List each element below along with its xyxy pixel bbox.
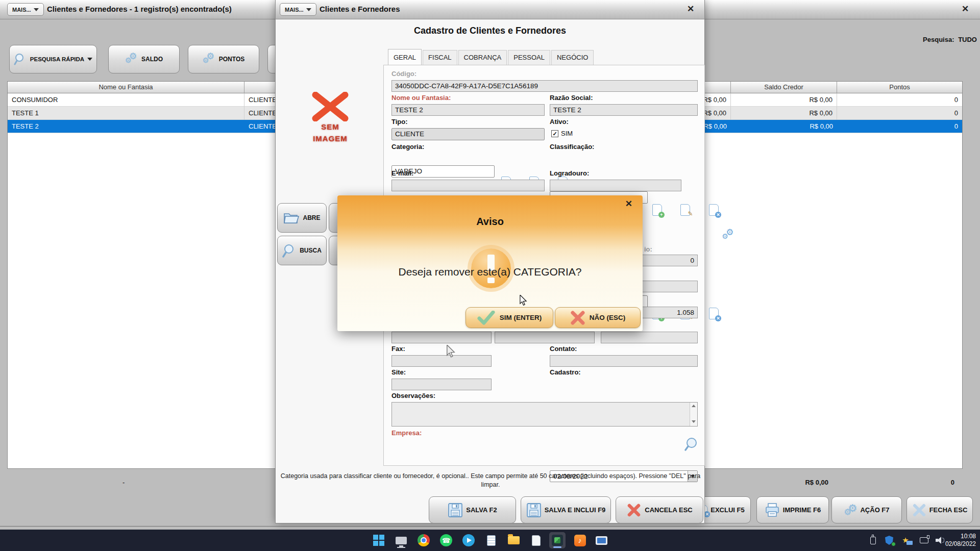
nao-button[interactable]: NÃO (ESC) — [555, 307, 641, 328]
tab-pessoal[interactable]: PESSOAL — [508, 50, 550, 65]
cell-nome: CONSUMIDOR — [8, 93, 244, 107]
tipo-label: Tipo: — [391, 118, 408, 126]
mail-tray-icon[interactable]: ★ — [897, 532, 914, 548]
imprime-button[interactable]: IMPRIME F6 — [756, 496, 829, 523]
classificacao-add-icon[interactable]: + — [652, 204, 662, 216]
hidden-label-fragment: io: — [644, 245, 652, 253]
search-scope-label: Pesquisa: — [923, 36, 954, 43]
cancela-button[interactable]: CANCELA ESC — [616, 496, 703, 523]
email-label: E-mail: — [391, 169, 413, 177]
phone-field-1[interactable] — [391, 332, 492, 343]
start-button[interactable] — [371, 532, 387, 548]
file-explorer-icon[interactable] — [505, 532, 522, 548]
close-window-button-back[interactable]: ✕ — [962, 4, 969, 14]
contato-field[interactable] — [550, 355, 698, 367]
site-field[interactable] — [391, 379, 492, 390]
cell-saldo-credor: R$ 0,00 — [731, 107, 837, 120]
more-button-front[interactable]: MAIS... — [280, 3, 316, 16]
check-icon — [477, 311, 496, 325]
codigo-field[interactable]: 34050DDC-C7A8-42F9-A17A-D5E7C1A56189 — [391, 80, 698, 92]
dropdown-caret-icon — [34, 8, 39, 11]
telegram-icon[interactable] — [460, 532, 477, 548]
classificacao-delete-icon[interactable]: ✕ — [709, 204, 719, 216]
abre-button[interactable]: ABRE — [277, 203, 327, 233]
classificacao-edit-icon[interactable]: ✎ — [680, 204, 690, 216]
nome-fantasia-field[interactable]: TESTE 2 — [391, 104, 545, 116]
cell-pontos: 0 — [837, 120, 962, 133]
fax-field[interactable] — [391, 355, 492, 367]
pesquisa-rapida-label: PESQUISA RÁPIDA — [30, 56, 84, 62]
dialog-close-button[interactable]: ✕ — [625, 198, 632, 209]
observacoes-textarea[interactable] — [391, 402, 698, 427]
folder-open-icon — [283, 211, 300, 224]
observacoes-scrollbar[interactable] — [690, 403, 697, 426]
tipo-select[interactable]: CLIENTE — [391, 128, 545, 140]
save-icon — [526, 503, 542, 518]
gears-icon: ⚙⚙ — [125, 53, 138, 66]
cadastro-label: Cadastro: — [550, 368, 581, 376]
razao-social-field[interactable]: TESTE 2 — [550, 104, 698, 116]
aviso-dialog: ✕ Aviso Deseja remover este(a) CATEGORIA… — [337, 195, 643, 331]
pesquisa-rapida-button[interactable]: PESQUISA RÁPIDA — [9, 45, 97, 73]
tab-fiscal[interactable]: FISCAL — [423, 50, 457, 65]
saldo-label: SALDO — [141, 56, 163, 63]
erp-app-icon-active[interactable] — [549, 532, 566, 548]
column-header-nome[interactable]: Nome ou Fantasia — [8, 82, 244, 93]
chrome-icon[interactable] — [415, 532, 432, 548]
desktop: MAIS... Clientes e Fornedores - 1 regist… — [0, 0, 980, 551]
logradouro-gears-icon[interactable]: ⚙⚙ — [722, 229, 735, 242]
taskbar-clock[interactable]: 10:08 02/08/2022 — [945, 533, 976, 548]
whatsapp-icon[interactable]: ☎ — [438, 532, 454, 548]
salva-button[interactable]: SALVA F2 — [429, 496, 516, 523]
tab-cobranca[interactable]: COBRANÇA — [458, 50, 507, 65]
phone-field-3[interactable] — [601, 332, 698, 343]
razao-social-label: Razão Social: — [550, 94, 593, 102]
sim-button[interactable]: SIM (ENTER) — [465, 307, 553, 328]
save-icon — [448, 503, 463, 518]
scroll-up-icon[interactable] — [692, 405, 696, 407]
column-header-saldo-credor[interactable]: Saldo Credor — [731, 82, 837, 93]
phone-field-2[interactable] — [495, 332, 595, 343]
salva-inclui-button[interactable]: SALVA E INCLUI F9 — [521, 496, 611, 523]
email-field[interactable] — [391, 180, 545, 191]
x-icon — [570, 310, 585, 325]
saldo-button[interactable]: ⚙⚙ SALDO — [108, 45, 180, 73]
logradouro-field[interactable] — [550, 180, 681, 191]
more-label: MAIS... — [12, 7, 31, 13]
usb-tray-icon[interactable] — [865, 532, 881, 548]
field-help-text: Categoria usada para classificar cliente… — [278, 472, 703, 489]
acao-button[interactable]: ⚙⚙ AÇÃO F7 — [831, 496, 902, 523]
search-scope-value: TUDO — [958, 36, 977, 43]
display-app-icon[interactable] — [393, 532, 409, 548]
media-player-icon[interactable]: ♪ — [572, 532, 588, 548]
close-window-button-front[interactable]: ✕ — [687, 4, 694, 14]
no-image-x-icon — [311, 92, 349, 121]
checkbox-checked-icon[interactable]: ✓ — [551, 130, 558, 137]
clock-time: 10:08 — [945, 533, 976, 540]
fecha-button[interactable]: FECHA ESC — [906, 496, 973, 523]
abre-label: ABRE — [303, 214, 320, 221]
ativo-value: SIM — [561, 130, 573, 137]
tab-negocio[interactable]: NEGÓCIO — [551, 50, 594, 65]
busca-button[interactable]: BUSCA — [277, 236, 327, 265]
cell-saldo-credor: R$ 0,00 — [731, 120, 837, 133]
network-tray-icon[interactable] — [916, 532, 932, 548]
tab-geral[interactable]: GERAL — [388, 49, 422, 65]
pontos-button[interactable]: ⚙⚙ PONTOS — [188, 45, 259, 73]
scroll-down-icon[interactable] — [692, 420, 696, 423]
tv-app-icon[interactable] — [593, 532, 609, 548]
document-app-icon[interactable] — [528, 532, 544, 548]
notepad-app-icon[interactable] — [483, 532, 499, 548]
classificacao-label: Classificação: — [550, 143, 594, 151]
security-shield-tray-icon[interactable] — [881, 532, 897, 548]
empresa-search-icon[interactable] — [684, 437, 698, 451]
imprime-label: IMPRIME F6 — [783, 506, 821, 514]
cell-pontos: 0 — [837, 107, 962, 120]
salva-label: SALVA F2 — [466, 506, 497, 514]
tab-strip: GERALFISCALCOBRANÇAPESSOALNEGÓCIO — [388, 49, 595, 65]
ativo-checkbox[interactable]: ✓ SIM — [551, 130, 573, 137]
column-header-pontos[interactable]: Pontos — [837, 82, 962, 93]
more-button-back[interactable]: MAIS... — [7, 3, 44, 16]
fecha-label: FECHA ESC — [929, 506, 968, 514]
hidden-row-delete-icon[interactable]: ✕ — [709, 308, 719, 319]
